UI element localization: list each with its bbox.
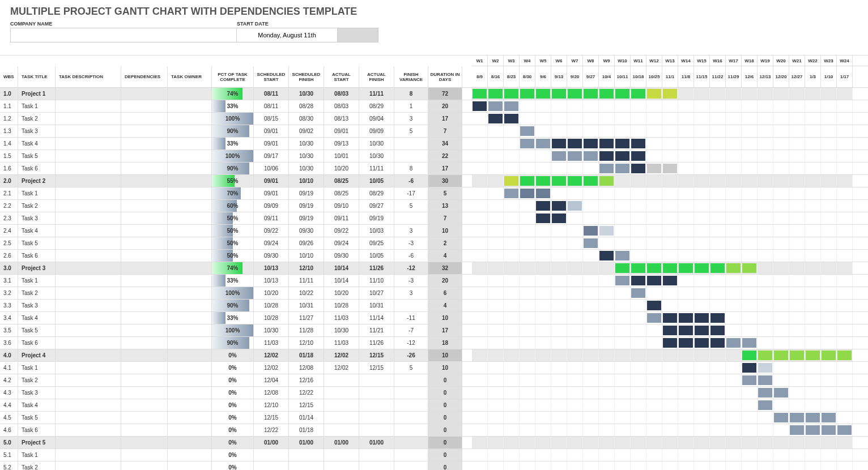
- cell[interactable]: Task 3: [18, 125, 56, 137]
- cell[interactable]: [394, 300, 428, 311]
- cell[interactable]: [168, 250, 212, 262]
- cell[interactable]: 10/31: [289, 300, 324, 311]
- cell[interactable]: Task 2: [18, 462, 56, 470]
- cell[interactable]: 08/15: [254, 113, 289, 125]
- cell[interactable]: [394, 212, 428, 224]
- cell[interactable]: 34: [428, 138, 462, 149]
- cell[interactable]: 12/10: [289, 262, 324, 274]
- cell[interactable]: 12/15: [289, 399, 324, 411]
- cell[interactable]: [56, 462, 121, 470]
- cell[interactable]: [121, 337, 168, 349]
- cell[interactable]: 72: [428, 88, 462, 100]
- cell[interactable]: 12/15: [359, 349, 394, 361]
- cell[interactable]: 4.6: [0, 424, 18, 436]
- cell[interactable]: 12/10: [289, 337, 324, 349]
- table-row[interactable]: 4.0Project 40%12/0201/1812/0212/15-2610: [0, 349, 472, 362]
- cell[interactable]: [359, 462, 394, 470]
- cell[interactable]: [56, 88, 121, 100]
- cell[interactable]: [168, 374, 212, 386]
- cell[interactable]: 08/13: [324, 113, 359, 125]
- cell[interactable]: 0: [428, 412, 462, 424]
- cell[interactable]: [394, 399, 428, 411]
- pct-cell[interactable]: 55%: [212, 175, 254, 187]
- cell[interactable]: 10/31: [359, 300, 394, 311]
- start-date-input[interactable]: [237, 28, 338, 42]
- pct-cell[interactable]: 100%: [212, 150, 254, 162]
- cell[interactable]: 12/04: [254, 374, 289, 386]
- table-row[interactable]: 4.4Task 40%12/1012/150: [0, 399, 472, 412]
- cell[interactable]: 09/13: [324, 138, 359, 149]
- table-row[interactable]: 3.4Task 433%10/2811/2711/0311/14-1110: [0, 312, 472, 324]
- cell[interactable]: [168, 449, 212, 461]
- cell[interactable]: Task 6: [18, 163, 56, 174]
- cell[interactable]: 09/26: [289, 237, 324, 249]
- cell[interactable]: 09/30: [254, 250, 289, 262]
- table-row[interactable]: 3.2Task 2100%10/2010/2210/2010/2736: [0, 287, 472, 300]
- cell[interactable]: [168, 163, 212, 174]
- cell[interactable]: 09/10: [324, 200, 359, 212]
- cell[interactable]: [121, 374, 168, 386]
- cell[interactable]: 09/24: [254, 237, 289, 249]
- cell[interactable]: [121, 225, 168, 237]
- cell[interactable]: 4: [428, 300, 462, 311]
- cell[interactable]: [56, 125, 121, 137]
- table-row[interactable]: 3.3Task 390%10/2810/3110/2810/314: [0, 300, 472, 312]
- cell[interactable]: 11/21: [359, 324, 394, 336]
- cell[interactable]: 17: [428, 163, 462, 174]
- cell[interactable]: 08/28: [289, 100, 324, 112]
- pct-cell[interactable]: 33%: [212, 138, 254, 149]
- table-row[interactable]: 4.1Task 10%12/0212/0812/0212/15510: [0, 362, 472, 374]
- table-row[interactable]: 2.0Project 255%09/0110/1008/2510/05-630: [0, 175, 472, 187]
- cell[interactable]: 10/13: [254, 262, 289, 274]
- table-row[interactable]: 2.2Task 260%09/0909/1909/1009/27513: [0, 200, 472, 212]
- cell[interactable]: -6: [394, 250, 428, 262]
- cell[interactable]: Task 5: [18, 150, 56, 162]
- cell[interactable]: 0: [428, 424, 462, 436]
- cell[interactable]: 6: [428, 287, 462, 299]
- pct-cell[interactable]: 33%: [212, 312, 254, 324]
- cell[interactable]: [168, 300, 212, 311]
- cell[interactable]: [359, 412, 394, 424]
- cell[interactable]: 2.5: [0, 237, 18, 249]
- cell[interactable]: 4: [428, 250, 462, 262]
- cell[interactable]: [168, 462, 212, 470]
- cell[interactable]: 0: [428, 437, 462, 448]
- pct-cell[interactable]: 50%: [212, 212, 254, 224]
- cell[interactable]: -17: [394, 187, 428, 199]
- cell[interactable]: [56, 449, 121, 461]
- cell[interactable]: 09/19: [289, 212, 324, 224]
- cell[interactable]: 10/01: [324, 150, 359, 162]
- cell[interactable]: [168, 387, 212, 399]
- cell[interactable]: [394, 150, 428, 162]
- cell[interactable]: 01/00: [359, 437, 394, 448]
- cell[interactable]: 2.1: [0, 187, 18, 199]
- pct-cell[interactable]: 50%: [212, 237, 254, 249]
- cell[interactable]: 01/18: [289, 424, 324, 436]
- cell[interactable]: [168, 412, 212, 424]
- cell[interactable]: 09/02: [289, 125, 324, 137]
- cell[interactable]: [168, 437, 212, 448]
- cell[interactable]: [168, 287, 212, 299]
- cell[interactable]: 08/11: [254, 100, 289, 112]
- table-row[interactable]: 5.1Task 10%0: [0, 449, 472, 462]
- cell[interactable]: 10: [428, 225, 462, 237]
- cell[interactable]: 4.5: [0, 412, 18, 424]
- cell[interactable]: [56, 324, 121, 336]
- cell[interactable]: 01/00: [289, 437, 324, 448]
- cell[interactable]: [56, 262, 121, 274]
- cell[interactable]: [56, 374, 121, 386]
- cell[interactable]: [121, 300, 168, 311]
- cell[interactable]: 10/03: [359, 225, 394, 237]
- cell[interactable]: [168, 324, 212, 336]
- cell[interactable]: 3: [394, 113, 428, 125]
- cell[interactable]: 09/11: [254, 212, 289, 224]
- cell[interactable]: 12/08: [254, 387, 289, 399]
- cell[interactable]: [168, 100, 212, 112]
- cell[interactable]: 20: [428, 100, 462, 112]
- cell[interactable]: 11/28: [289, 324, 324, 336]
- cell[interactable]: 2: [428, 237, 462, 249]
- cell[interactable]: [324, 387, 359, 399]
- cell[interactable]: 01/00: [254, 437, 289, 448]
- table-row[interactable]: 3.6Task 690%11/0312/1011/0311/26-1218: [0, 337, 472, 349]
- cell[interactable]: 09/25: [359, 237, 394, 249]
